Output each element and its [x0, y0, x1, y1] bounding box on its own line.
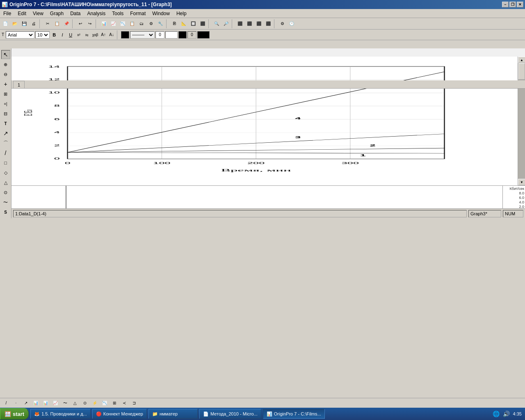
draw-tb13[interactable]: ≺	[120, 399, 129, 408]
triangle-tool[interactable]: △	[1, 178, 10, 187]
tb12[interactable]: 🔲	[189, 19, 198, 28]
save-btn[interactable]: 💾	[20, 19, 29, 28]
draw-tb8[interactable]: △	[71, 399, 80, 408]
font-down-button[interactable]: A↓	[108, 31, 115, 39]
print-btn[interactable]: 🖨	[29, 19, 38, 28]
menu-view[interactable]: View	[30, 9, 47, 18]
scale-tool[interactable]: ⊞	[1, 89, 10, 98]
font-selector[interactable]: Arial	[6, 31, 34, 39]
underline-button[interactable]: U	[67, 31, 74, 39]
taskbar-item-4[interactable]: 📊 OriginPro 7 - C:\Films...	[263, 409, 325, 419]
undo-btn[interactable]: ↩	[76, 19, 85, 28]
menu-format[interactable]: Format	[127, 9, 149, 18]
draw-tb11[interactable]: 📉	[100, 399, 109, 408]
tb7[interactable]: 🗂	[137, 19, 146, 28]
tb16[interactable]: ⬛	[254, 19, 263, 28]
draw-tb3[interactable]: ↗	[21, 399, 30, 408]
zoom-in-btn[interactable]: 🔍	[212, 19, 221, 28]
tb11[interactable]: 📐	[179, 19, 188, 28]
text-tool[interactable]: T	[1, 119, 10, 128]
line-style-select[interactable]: ———	[130, 31, 155, 39]
arrow-tool[interactable]: ↗	[1, 129, 10, 138]
zoom-in-tool[interactable]: ⊕	[1, 60, 10, 69]
draw-tb14[interactable]: ⊐	[130, 399, 139, 408]
menu-window[interactable]: Window	[149, 9, 173, 18]
menu-tools[interactable]: Tools	[109, 9, 127, 18]
tb17[interactable]: ⬛	[264, 19, 273, 28]
menu-analysis[interactable]: Analysis	[84, 9, 109, 18]
right-scrollbar[interactable]: ▲ ▼	[518, 57, 525, 185]
screen-reader[interactable]: ⊟	[1, 109, 10, 118]
scroll-down-arrow[interactable]: ▼	[518, 179, 525, 185]
scroll-up-arrow[interactable]: ▲	[518, 57, 525, 63]
italic-button[interactable]: I	[59, 31, 66, 39]
zoom-out-tool[interactable]: ⊖	[1, 70, 10, 79]
circle-tool[interactable]: ⊙	[1, 188, 10, 197]
special-chars-button[interactable]: χαβ	[91, 31, 99, 39]
draw-tb10[interactable]: ⚡	[90, 399, 99, 408]
tb8[interactable]: ⚙	[146, 19, 155, 28]
font-size-selector[interactable]: 10	[35, 31, 50, 39]
menu-help[interactable]: Help	[173, 9, 190, 18]
zoom-out-btn[interactable]: 🔎	[221, 19, 231, 28]
start-button[interactable]: 🪟 start	[0, 408, 29, 420]
redo-btn[interactable]: ↪	[85, 19, 94, 28]
draw-tb4[interactable]: 📊	[31, 399, 40, 408]
taskbar-item-0[interactable]: 🦊 1.5. Проводники и д...	[30, 409, 91, 419]
extra-select[interactable]: 0	[187, 31, 196, 39]
wave-tool[interactable]: 〜	[1, 198, 10, 207]
draw-tb1[interactable]: /	[2, 399, 11, 408]
restore-button[interactable]: ❐	[509, 2, 516, 7]
taskbar-item-3[interactable]: 📄 Метода_2010 - Micro...	[199, 409, 261, 419]
diamond-tool[interactable]: ◇	[1, 168, 10, 177]
paste-btn[interactable]: 📌	[62, 19, 71, 28]
tb19[interactable]: 🕐	[287, 19, 296, 28]
taskbar-item-1[interactable]: 🔴 Коннект Менеджер	[92, 409, 147, 419]
tb6[interactable]: 📋	[128, 19, 137, 28]
new-btn[interactable]: 📄	[1, 19, 10, 28]
scroll-thumb[interactable]	[518, 63, 525, 80]
line-width-select[interactable]: 0	[155, 31, 164, 39]
data-reader[interactable]: +|	[1, 99, 10, 108]
taskbar-item-2[interactable]: 📁 нмматер	[148, 409, 198, 419]
draw-tb2[interactable]: ·	[11, 399, 21, 408]
draw-tb7[interactable]: 〜	[61, 399, 70, 408]
font-up-button[interactable]: A↑	[100, 31, 107, 39]
cut-btn[interactable]: ✂	[43, 19, 52, 28]
fill-color-select[interactable]	[165, 31, 178, 39]
curve-tool[interactable]: ⌒	[1, 139, 10, 148]
graph-tab-1[interactable]: 1	[13, 81, 25, 88]
extra-color-box[interactable]	[197, 31, 210, 39]
minimize-button[interactable]: −	[502, 2, 509, 7]
text-color-box[interactable]	[121, 31, 129, 39]
s-tool[interactable]: S	[1, 208, 10, 217]
tb3[interactable]: 📊	[99, 19, 108, 28]
tb5[interactable]: 📉	[118, 19, 127, 28]
open-btn[interactable]: 📂	[10, 19, 19, 28]
tb18[interactable]: ⚙	[278, 19, 287, 28]
draw-tb9[interactable]: ⊙	[80, 399, 89, 408]
tb9[interactable]: 🔧	[156, 19, 165, 28]
select-tool[interactable]: ↖	[1, 50, 10, 59]
menu-edit[interactable]: Edit	[14, 9, 30, 18]
menu-graph[interactable]: Graph	[47, 9, 67, 18]
line-color-box[interactable]	[178, 31, 187, 39]
draw-tb6[interactable]: 📈	[51, 399, 60, 408]
tb14[interactable]: ⬛	[235, 19, 244, 28]
line-tool[interactable]: /	[1, 148, 10, 158]
tb15[interactable]: ⬛	[245, 19, 254, 28]
tb4[interactable]: 📈	[109, 19, 118, 28]
menu-data[interactable]: Data	[67, 9, 84, 18]
tb10[interactable]: 🖹	[170, 19, 179, 28]
rect-tool[interactable]: □	[1, 158, 10, 167]
pan-tool[interactable]: +	[1, 80, 10, 89]
draw-tb12[interactable]: ⊞	[110, 399, 119, 408]
close-button[interactable]: ✕	[517, 2, 523, 7]
bold-button[interactable]: B	[50, 31, 58, 39]
superscript-button[interactable]: x²	[75, 31, 82, 39]
copy-btn[interactable]: 📋	[52, 19, 62, 28]
menu-file[interactable]: File	[0, 9, 14, 18]
draw-tb5[interactable]: 📊	[41, 399, 50, 408]
subscript-button[interactable]: x₂	[83, 31, 91, 39]
tb13[interactable]: ⬛	[198, 19, 207, 28]
